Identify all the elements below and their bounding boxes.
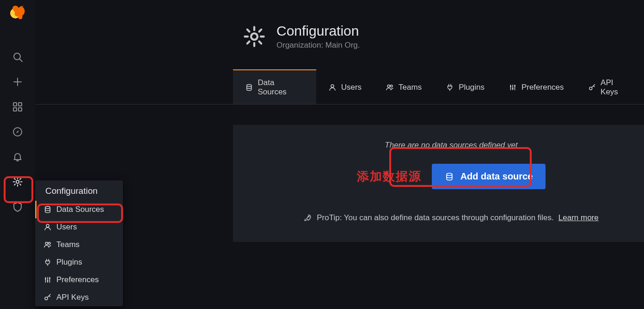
config-submenu: Configuration Data Sources Users Teams P… <box>35 180 123 306</box>
submenu-item-preferences[interactable]: Preferences <box>35 271 123 289</box>
page-header: Configuration Organization: Main Org. <box>35 23 644 50</box>
annotation-cn-label: 添加数据源 <box>357 168 422 185</box>
plug-icon <box>446 83 454 92</box>
page-title: Configuration <box>276 23 360 39</box>
submenu-item-teams[interactable]: Teams <box>35 236 123 253</box>
users-icon <box>386 83 394 92</box>
compass-icon <box>12 126 23 137</box>
submenu-label: Plugins <box>56 258 82 267</box>
tab-label: Preferences <box>521 83 564 92</box>
tab-label: Plugins <box>459 83 485 92</box>
database-icon <box>245 83 253 92</box>
key-icon <box>43 293 52 302</box>
protip-row: ProTip: You can also define data sources… <box>244 213 644 222</box>
tab-label: API Keys <box>601 78 632 97</box>
protip-text: ProTip: You can also define data sources… <box>317 213 554 222</box>
nav-alerting[interactable] <box>4 144 31 169</box>
user-icon <box>43 223 52 231</box>
config-tabs: Data Sources Users Teams Plugins Prefere… <box>35 69 644 105</box>
nav-search[interactable] <box>4 44 31 69</box>
submenu-item-data-sources[interactable]: Data Sources <box>35 201 123 218</box>
main-area: Configuration Organization: Main Org. Da… <box>35 0 644 309</box>
plus-icon <box>12 76 23 87</box>
content-panel: There are no data sources defined yet 添加… <box>233 125 644 242</box>
page-subtitle: Organization: Main Org. <box>276 41 360 50</box>
nav-explore[interactable] <box>4 119 31 144</box>
database-icon <box>445 172 454 181</box>
tab-label: Data Sources <box>258 78 304 97</box>
tab-label: Users <box>341 83 362 92</box>
add-data-source-button[interactable]: Add data source <box>432 164 546 189</box>
plug-icon <box>43 258 52 266</box>
grafana-logo-icon[interactable] <box>9 4 26 21</box>
sliders-icon <box>509 83 517 92</box>
page-gear-icon <box>242 25 266 49</box>
users-icon <box>43 241 52 249</box>
tab-data-sources[interactable]: Data Sources <box>233 69 316 104</box>
database-icon <box>43 205 52 214</box>
empty-state-message: There are no data sources defined yet <box>244 141 644 150</box>
submenu-label: Users <box>56 222 77 232</box>
tab-label: Teams <box>399 83 422 92</box>
submenu-title: Configuration <box>35 180 123 201</box>
nav-create[interactable] <box>4 69 31 94</box>
tab-api-keys[interactable]: API Keys <box>576 69 644 104</box>
submenu-label: Preferences <box>56 275 99 284</box>
bell-icon <box>12 151 23 162</box>
submenu-item-api-keys[interactable]: API Keys <box>35 289 123 306</box>
tab-plugins[interactable]: Plugins <box>434 69 497 104</box>
apps-icon <box>12 101 23 112</box>
submenu-item-plugins[interactable]: Plugins <box>35 253 123 271</box>
nav-configuration[interactable] <box>4 169 31 194</box>
add-button-label: Add data source <box>460 171 533 182</box>
side-nav <box>0 0 35 309</box>
key-icon <box>588 83 596 92</box>
tab-preferences[interactable]: Preferences <box>497 69 576 104</box>
tab-users[interactable]: Users <box>316 69 374 104</box>
submenu-label: Data Sources <box>56 205 104 214</box>
sliders-icon <box>43 276 52 284</box>
submenu-label: Teams <box>56 240 80 249</box>
submenu-item-users[interactable]: Users <box>35 218 123 236</box>
search-icon <box>12 51 23 62</box>
nav-server-admin[interactable] <box>4 194 31 219</box>
learn-more-link[interactable]: Learn more <box>558 213 599 222</box>
shield-icon <box>12 201 23 212</box>
gear-icon <box>12 176 23 187</box>
user-icon <box>328 83 337 92</box>
submenu-label: API Keys <box>56 293 89 302</box>
rocket-icon <box>304 214 312 222</box>
tab-teams[interactable]: Teams <box>374 69 434 104</box>
nav-dashboards[interactable] <box>4 94 31 119</box>
